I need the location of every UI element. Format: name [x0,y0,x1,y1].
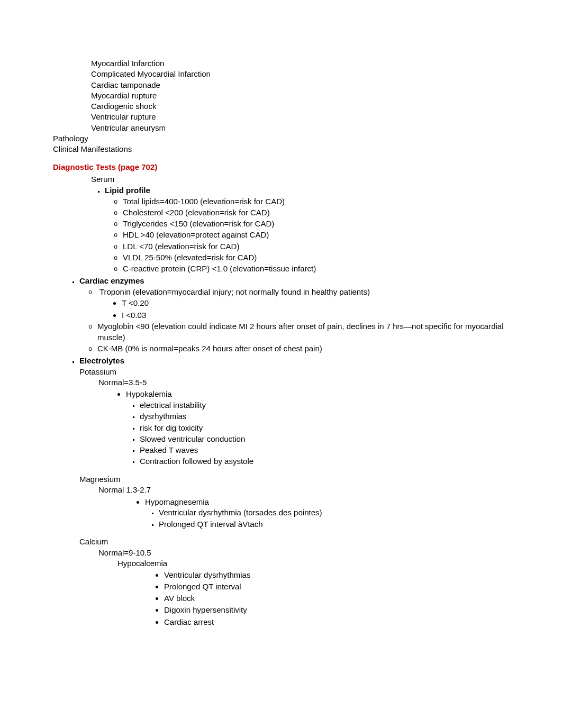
magnesium-normal: Normal 1.3-2.7 [98,485,520,495]
condition-item: Myocardial Infarction [91,58,520,69]
condition-item: Myocardial rupture [91,90,520,101]
serum-label: Serum [91,174,520,185]
lipid-item: C-reactive protein (CRP) <1.0 (elevation… [123,263,520,275]
lipid-item: HDL >40 (elevation=protect against CAD) [123,230,520,241]
troponin-t: T <0.20 [122,297,520,309]
effect-item: Ventricular dysrhythmias [164,569,520,580]
effect-item: dysrhythmias [140,411,520,422]
potassium-condition-list: Hypokalemia electrical instability dysrh… [112,388,520,468]
lipid-item: Cholesterol <200 (elevation=risk for CAD… [123,207,520,218]
effect-item: electrical instability [140,400,520,411]
lipid-item: Total lipids=400-1000 (elevation=risk fo… [123,196,520,207]
potassium-name: Potassium [79,367,520,377]
hypomagnesemia-label: Hypomagnesemia [145,497,209,506]
effect-item: Prolonged QT interval [164,580,520,592]
myoglobin-item: Myoglobin <90 (elevation could indicate … [97,321,520,343]
electrolytes-label: Electrolytes [79,356,124,365]
lipid-profile-item: Lipid profile Total lipids=400-1000 (ele… [105,185,520,275]
effect-item: risk for dig toxicity [140,422,520,433]
diagnostic-tests-heading: Diagnostic Tests (page 702) [53,162,520,172]
hypocalcemia-effects: Ventricular dysrhythmias Prolonged QT in… [150,569,520,627]
troponin-text: Troponin (elevation=myocardial injury; n… [99,287,370,296]
effect-item: Slowed ventricular conduction [140,433,520,444]
lipid-item: VLDL 25-50% (elevated=risk for CAD) [123,252,520,263]
cardiac-enzymes-item: Cardiac enzymes Troponin (elevation=myoc… [79,275,520,355]
electrolytes-item: Electrolytes [79,355,520,367]
top-conditions-block: Myocardial Infarction Complicated Myocar… [91,58,520,133]
lipid-item: LDL <70 (elevation=risk for CAD) [123,241,520,252]
lipid-profile-label: Lipid profile [105,186,150,195]
calcium-normal: Normal=9-10.5 [98,548,520,558]
ckmb-item: CK-MB (0% is normal=peaks 24 hours after… [97,343,520,354]
condition-item: Ventricular aneurysm [91,123,520,133]
cardiac-enzymes-label: Cardiac enzymes [79,276,144,285]
condition-item: Cardiac tamponade [91,80,520,90]
cardiac-enzymes-list: Cardiac enzymes Troponin (elevation=myoc… [66,275,520,355]
troponin-item: Troponin (elevation=myocardial injury; n… [97,286,520,321]
hypokalemia-effects: electrical instability dysrhythmias risk… [126,400,520,468]
hypomagnesemia-effects: Ventricular dysrhythmia (torsades des po… [145,507,520,530]
clinical-manifestations-heading: Clinical Manifestations [53,144,520,154]
lipid-profile-sublist: Total lipids=400-1000 (elevation=risk fo… [105,196,520,275]
hypokalemia-item: Hypokalemia electrical instability dysrh… [126,388,520,468]
effect-item: Prolonged QT interval àVtach [159,518,520,530]
magnesium-name: Magnesium [79,474,520,485]
troponin-sublist: T <0.20 I <0.03 [108,297,520,321]
serum-list: Lipid profile Total lipids=400-1000 (ele… [91,185,520,275]
potassium-normal: Normal=3.5-5 [98,377,520,388]
lipid-item: Triglycerides <150 (elevation=risk for C… [123,219,520,230]
effect-item: Cardiac arrest [164,616,520,627]
magnesium-condition-list: Hypomagnesemia Ventricular dysrhythmia (… [131,496,520,531]
effect-item: Peaked T waves [140,445,520,456]
effect-item: Contraction followed by asystole [140,456,520,467]
hypokalemia-label: Hypokalemia [126,389,172,398]
cardiac-enzymes-sublist: Troponin (elevation=myocardial injury; n… [79,286,520,354]
pathology-heading: Pathology [53,133,520,144]
condition-item: Cardiogenic shock [91,101,520,112]
hypomagnesemia-item: Hypomagnesemia Ventricular dysrhythmia (… [145,496,520,531]
hypocalcemia-label: Hypocalcemia [117,558,520,569]
electrolytes-list: Electrolytes [66,355,520,367]
condition-item: Ventricular rupture [91,112,520,122]
calcium-name: Calcium [79,536,520,547]
condition-item: Complicated Myocardial Infarction [91,69,520,79]
effect-item: Ventricular dysrhythmia (torsades des po… [159,507,520,518]
effect-item: Digoxin hypersensitivity [164,604,520,616]
effect-item: AV block [164,593,520,604]
troponin-i: I <0.03 [122,309,520,321]
